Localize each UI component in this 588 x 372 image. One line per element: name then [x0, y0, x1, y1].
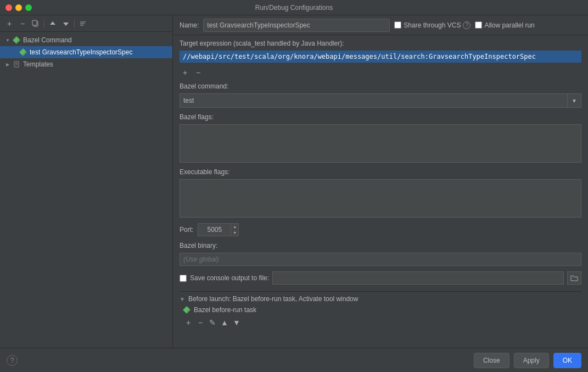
tree-arrow-bazel-command: ▼	[4, 37, 11, 43]
port-spin-down-button[interactable]: ▼	[231, 230, 238, 236]
sort-button[interactable]	[77, 18, 89, 30]
test-gravsearch-icon	[19, 48, 27, 57]
share-vcs-help-icon[interactable]: ?	[463, 21, 471, 29]
window-title: Run/Debug Configurations	[255, 4, 333, 12]
remove-config-button[interactable]: −	[16, 18, 29, 30]
title-bar: Run/Debug Configurations	[0, 0, 588, 15]
sidebar-toolbar: + −	[0, 15, 172, 32]
save-console-file-input[interactable]	[272, 271, 564, 285]
share-vcs-container: Share through VCS ?	[394, 21, 471, 29]
browse-folder-button[interactable]	[567, 271, 581, 285]
footer: ? Close Apply OK	[0, 348, 588, 372]
bazel-flags-textarea[interactable]	[180, 124, 581, 163]
port-spinner: ▲ ▼	[231, 223, 239, 236]
port-input[interactable]	[198, 223, 231, 236]
main-content: + −	[0, 15, 588, 348]
sidebar-item-label-bazel-command: Bazel Command	[23, 36, 168, 44]
port-row: Port: ▲ ▼	[180, 223, 581, 236]
sidebar-tree: ▼ Bazel Command test GravsearchTypeInspe…	[0, 32, 172, 348]
bazel-binary-label: Bazel binary:	[180, 242, 581, 249]
sidebar-item-templates[interactable]: ▶ Templates	[0, 58, 172, 70]
remove-target-button[interactable]: −	[193, 67, 204, 78]
before-launch-header[interactable]: ▼ Before launch: Bazel before-run task, …	[180, 295, 581, 303]
bazel-command-label: Bazel command:	[180, 82, 581, 90]
window-controls	[5, 4, 32, 11]
copy-config-button[interactable]	[30, 18, 42, 30]
sidebar-item-label-test-gravsearch: test GravsearchTypeInspectorSpec	[30, 48, 168, 56]
before-launch-task-icon	[183, 306, 191, 314]
bazel-command-dropdown-arrow[interactable]: ▼	[567, 93, 581, 108]
edit-before-launch-button[interactable]: ✎	[207, 317, 218, 328]
footer-right: Close Apply OK	[474, 353, 581, 368]
bazel-command-dropdown-wrapper: test ▼	[180, 93, 581, 108]
before-launch-task-label: Bazel before-run task	[194, 306, 256, 314]
move-down-before-launch-button[interactable]: ▼	[231, 317, 242, 328]
maximize-window-btn[interactable]	[25, 4, 32, 11]
help-button[interactable]: ?	[7, 355, 18, 366]
apply-button[interactable]: Apply	[514, 353, 549, 368]
add-before-launch-button[interactable]: +	[183, 317, 194, 328]
save-console-label: Save console output to file:	[190, 274, 269, 282]
share-vcs-label: Share through VCS	[404, 21, 461, 29]
toolbar-separator-2	[74, 19, 75, 28]
save-console-checkbox[interactable]	[180, 275, 187, 282]
right-header: Name: Share through VCS ? Allow parallel…	[173, 15, 588, 35]
save-console-row: Save console output to file:	[180, 271, 581, 285]
bazel-command-icon	[12, 36, 21, 45]
port-input-wrapper: ▲ ▼	[198, 223, 239, 236]
move-down-button[interactable]	[60, 18, 72, 30]
name-input[interactable]	[203, 19, 390, 32]
tree-arrow-templates: ▶	[4, 61, 11, 68]
sidebar-item-test-gravsearch[interactable]: test GravsearchTypeInspectorSpec	[0, 46, 172, 58]
executable-flags-label: Executable flags:	[180, 168, 581, 176]
target-expression-value[interactable]: //webapi/src/test/scala/org/knora/webapi…	[180, 51, 581, 63]
templates-icon	[12, 60, 21, 69]
toolbar-separator-1	[44, 19, 44, 28]
right-panel: Name: Share through VCS ? Allow parallel…	[173, 15, 588, 348]
allow-parallel-label: Allow parallel run	[484, 21, 534, 29]
allow-parallel-checkbox[interactable]	[475, 21, 482, 29]
sidebar: + −	[0, 15, 173, 348]
name-label: Name:	[180, 21, 199, 29]
before-launch-section: ▼ Before launch: Bazel before-run task, …	[180, 291, 581, 329]
allow-parallel-container: Allow parallel run	[475, 21, 534, 29]
close-button[interactable]: Close	[474, 353, 509, 368]
before-launch-arrow-icon: ▼	[180, 296, 185, 302]
add-remove-bar: + −	[180, 67, 581, 78]
right-body: Target expression (scala_test handled by…	[173, 35, 588, 348]
before-launch-task-toolbar: + − ✎ ▲ ▼	[180, 316, 581, 329]
bazel-flags-label: Bazel flags:	[180, 113, 581, 121]
before-launch-header-label: Before launch: Bazel before-run task, Ac…	[188, 295, 359, 303]
bazel-command-select[interactable]: test	[180, 93, 567, 108]
port-spin-up-button[interactable]: ▲	[231, 224, 238, 230]
remove-before-launch-button[interactable]: −	[195, 317, 206, 328]
footer-left: ?	[7, 355, 18, 366]
sidebar-item-bazel-command[interactable]: ▼ Bazel Command	[0, 34, 172, 46]
before-launch-task: Bazel before-run task	[180, 305, 581, 315]
port-label: Port:	[180, 226, 193, 234]
minimize-window-btn[interactable]	[15, 4, 22, 11]
tree-arrow-empty	[11, 49, 18, 55]
ok-button[interactable]: OK	[553, 353, 581, 368]
add-target-button[interactable]: +	[180, 67, 191, 78]
share-vcs-checkbox[interactable]	[394, 21, 401, 29]
bazel-binary-input[interactable]	[180, 253, 581, 266]
close-window-btn[interactable]	[5, 4, 12, 11]
target-expression-header: Target expression (scala_test handled by…	[180, 40, 581, 47]
executable-flags-textarea[interactable]	[180, 179, 581, 218]
svg-rect-1	[32, 20, 37, 25]
move-up-before-launch-button[interactable]: ▲	[219, 317, 230, 328]
add-config-button[interactable]: +	[3, 18, 15, 30]
sidebar-item-label-templates: Templates	[23, 60, 168, 68]
move-up-button[interactable]	[47, 18, 59, 30]
